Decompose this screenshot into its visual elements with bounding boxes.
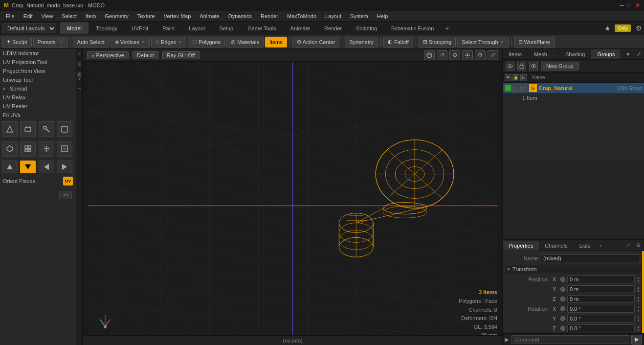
menu-select[interactable]: Select [58,12,81,20]
prop-pos-y-arrows[interactable]: ▲▼ [637,286,640,293]
prop-transform-section[interactable]: Transform [505,265,642,274]
prop-rot-y-circle[interactable] [560,316,565,321]
vp-more-btn[interactable]: ⚙ [475,50,486,60]
arrow-left-btn[interactable] [39,161,54,173]
spread-tool[interactable]: ▶ Spread [0,84,76,93]
orient-active-btn[interactable]: UV [63,177,73,185]
tool-icon-5[interactable] [2,141,18,157]
menu-layout[interactable]: Layout [321,12,345,20]
snapping-btn[interactable]: ⊞ Snapping [419,37,456,47]
tool-icon-8[interactable] [57,141,72,157]
symmetry-btn[interactable]: Symmetry [345,37,378,47]
group-eye-btn[interactable]: ● [505,85,511,92]
prop-rot-z-input[interactable] [567,324,635,332]
tool-icon-6[interactable] [20,141,36,157]
right-tab-items[interactable]: Items [503,49,528,59]
uv-relax-tool[interactable]: UV Relax [0,93,76,102]
prop-pos-y-input[interactable] [567,285,635,293]
fit-uvs-tool[interactable]: Fit UVs [0,111,76,119]
viewport-default-badge[interactable]: Default [133,51,158,59]
side-tab-n[interactable]: N [76,49,82,59]
tool-icon-4[interactable] [57,121,72,137]
tab-uvedit[interactable]: UVEdit [125,23,155,34]
select-through-btn[interactable]: Select Through ▼ [457,37,508,47]
menu-render[interactable]: Render [257,12,282,20]
close-btn[interactable]: ✕ [635,2,640,9]
tool-icon-7[interactable] [39,141,54,157]
props-tab-lists[interactable]: Lists [574,241,597,251]
maximize-btn[interactable]: □ [628,2,631,9]
menu-vertex-map[interactable]: Vertex Map [160,12,195,20]
group-lock-btn[interactable]: □ [512,85,519,92]
prop-name-input[interactable] [541,254,640,262]
uv-projection-tool[interactable]: UV Projection Tool [0,58,76,67]
arrow-up-btn[interactable] [2,161,18,173]
menu-edit[interactable]: Edit [20,12,37,20]
menu-geometry[interactable]: Geometry [101,12,132,20]
project-from-view-tool[interactable]: Project from View [0,67,76,75]
unwrap-tool[interactable]: Unwrap Tool [0,75,76,84]
tab-scripting[interactable]: Scripting [349,23,384,34]
prop-rot-x-arrows[interactable]: ▲▼ [637,305,640,312]
side-tab-poly[interactable]: Poly [76,69,82,84]
uv-peeler-tool[interactable]: UV Peeler [0,102,76,111]
prop-pos-x-circle[interactable] [560,277,565,282]
settings-icon[interactable]: ⚙ [636,24,642,32]
tab-layout[interactable]: Layout [182,23,212,34]
tab-animate[interactable]: Animate [284,23,317,34]
prop-pos-z-arrows[interactable]: ▲▼ [637,296,640,302]
prop-rot-x-circle[interactable] [560,306,565,311]
viewport[interactable]: Perspective Default Ray GL: Off ↺ ⊕ ⚙ ⤢ [83,49,502,345]
props-tab-channels[interactable]: Channels [539,241,573,251]
props-expand-btn[interactable]: ⤢ [623,240,633,251]
sculpt-btn[interactable]: ✦ Sculpt [2,37,32,47]
arrow-right-btn[interactable] [57,161,72,173]
vp-zoom-btn[interactable]: ⊕ [449,50,460,60]
right-tab-shading[interactable]: Shading [559,49,591,59]
groups-render-icon[interactable] [529,62,538,70]
auto-select-btn[interactable]: Auto Select [73,37,109,47]
materials-btn[interactable]: ◎ Materials [226,37,264,47]
groups-eye-icon[interactable] [506,62,514,70]
tab-game-tools[interactable]: Game Tools [241,23,283,34]
only-badge[interactable]: Only [615,24,631,32]
menu-texture[interactable]: Texture [133,12,159,20]
prop-rot-x-input[interactable] [567,305,635,313]
polygons-btn[interactable]: ⬡ Polygons [188,37,225,47]
menu-help[interactable]: Help [373,12,392,20]
tool-icon-2[interactable] [20,121,36,137]
menu-animate[interactable]: Animate [196,12,223,20]
prop-rot-y-arrows[interactable]: ▲▼ [637,315,640,322]
prop-pos-y-circle[interactable] [560,287,565,292]
prop-pos-z-circle[interactable] [560,297,565,301]
items-btn[interactable]: Items [265,37,287,47]
edges-btn[interactable]: ◇ Edges ▼ [151,37,186,47]
presets-btn[interactable]: Presets F6 [33,37,67,47]
props-tab-properties[interactable]: Properties [503,241,539,251]
vp-expand-btn[interactable]: ⤢ [488,50,498,60]
right-tab-mesh[interactable]: Mesh ... [528,49,559,59]
vp-reset-btn[interactable]: ↺ [437,50,447,60]
tab-model[interactable]: Model [60,23,89,34]
viewport-raygl-badge[interactable]: Ray GL: Off [162,51,200,59]
tab-render[interactable]: Render [317,23,349,34]
minimize-btn[interactable]: ─ [620,2,624,9]
viewport-perspective-badge[interactable]: Perspective [87,51,129,59]
prop-rot-z-circle[interactable] [560,326,565,331]
vp-orbit-btn[interactable] [424,50,435,60]
right-tab-expand[interactable]: ⤢ [634,49,644,59]
right-tab-groups[interactable]: Groups [591,49,621,59]
layout-selector[interactable]: Default Layouts [2,23,56,33]
titlebar-controls[interactable]: ─ □ ✕ [620,2,640,9]
menu-system[interactable]: System [346,12,372,20]
tab-plus[interactable]: + [441,23,453,34]
vp-settings-btn[interactable] [462,50,473,60]
prop-pos-x-arrows[interactable]: ▲▼ [637,276,640,283]
tool-icon-3[interactable] [39,121,54,137]
vertices-btn[interactable]: ◆ Vertices ▼ [111,37,150,47]
menu-dynamics[interactable]: Dynamics [224,12,256,20]
new-group-btn[interactable]: New Group [541,62,579,70]
menu-item[interactable]: Item [82,12,100,20]
props-tab-plus[interactable]: + [596,241,605,251]
menu-maxtomodo[interactable]: MaxToModo [283,12,320,20]
